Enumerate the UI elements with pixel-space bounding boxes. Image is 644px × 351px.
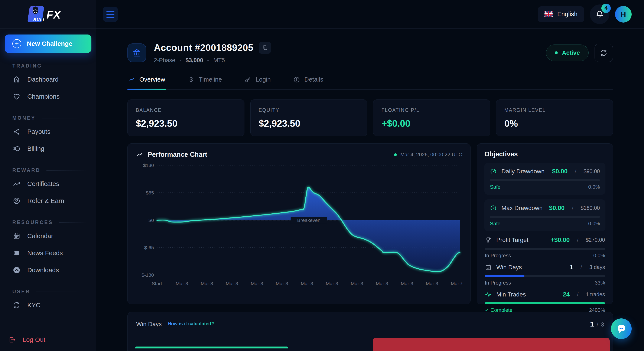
account-actions: Active <box>546 44 613 62</box>
performance-area-chart[interactable]: $130$65$0$-65$-130BreakevenStartMar 3Mar… <box>136 161 462 290</box>
win-days-green-bar <box>135 347 288 349</box>
sidebar-item-champions[interactable]: Champions <box>5 88 92 105</box>
svg-text:Mar 3: Mar 3 <box>176 281 188 286</box>
objective-percent: 0.0% <box>593 253 605 259</box>
dollar-icon <box>188 76 194 83</box>
brand-logo[interactable]: BULL FX <box>0 0 96 28</box>
bullfx-logo-icon: BULL FX <box>20 4 76 24</box>
sidebar-section-label: TRADING <box>5 63 92 69</box>
stat-card-margin-level: MARGIN LEVEL 0% <box>496 99 613 136</box>
tab-overview[interactable]: Overview <box>128 73 166 89</box>
svg-text:Mar 3: Mar 3 <box>250 281 263 286</box>
sidebar-item-news-feeds[interactable]: News Feeds <box>5 245 92 262</box>
calendar-icon <box>13 232 20 240</box>
sidebar-item-billing[interactable]: Billing <box>5 140 92 157</box>
sidebar-item-refer-earn[interactable]: Refer & Earn <box>5 192 92 209</box>
sidebar-item-calendar[interactable]: Calendar <box>5 228 92 245</box>
home-icon <box>13 76 20 83</box>
how-calculated-link[interactable]: How is it calculated? <box>168 321 214 327</box>
main-area: English 4 H Account #2001889205 <box>96 0 644 351</box>
charts-row: Performance Chart Mar 4, 2026, 00:00:22 … <box>128 143 613 304</box>
refresh-icon <box>600 49 608 57</box>
svg-text:Mar 3: Mar 3 <box>301 281 313 286</box>
sidebar-section-money: MONEY Payouts Billing <box>5 115 92 157</box>
account-tabs: Overview Timeline Login Details <box>128 73 613 90</box>
coins-icon <box>13 145 20 152</box>
objective-status: In Progress <box>485 280 511 286</box>
stat-card-balance: BALANCE $2,923.50 <box>128 99 244 136</box>
trend-icon <box>128 76 135 83</box>
new-challenge-button[interactable]: + New Challenge <box>5 34 92 53</box>
win-days-red-bar <box>373 338 610 351</box>
copy-icon <box>262 45 268 51</box>
status-dot-icon <box>555 51 558 54</box>
download-circle-icon <box>13 266 20 274</box>
svg-text:FX: FX <box>46 8 61 21</box>
svg-text:$-65: $-65 <box>144 245 154 250</box>
topbar-right: English 4 H <box>538 4 632 24</box>
objective-status: Safe <box>490 184 500 190</box>
logout-icon <box>8 336 16 343</box>
news-icon <box>13 249 20 257</box>
language-selector[interactable]: English <box>538 6 584 22</box>
account-title: Account #2001889205 <box>154 42 254 53</box>
sidebar-item-certificates[interactable]: Certificates <box>5 175 92 192</box>
objective-min-trades: Min Trades 24 / 1 trades ✓ Complete 2400… <box>484 291 606 313</box>
svg-text:$130: $130 <box>143 162 154 168</box>
svg-text:$-130: $-130 <box>142 272 154 278</box>
account-platform: MT5 <box>213 57 225 64</box>
calendar-check-icon <box>485 264 492 271</box>
performance-chart-title: Performance Chart <box>148 151 207 158</box>
topbar: English 4 H <box>96 0 644 28</box>
svg-text:$0: $0 <box>148 217 154 223</box>
account-subtitle: 2-Phase $3,000 MT5 <box>154 57 546 64</box>
tab-details[interactable]: Details <box>292 73 324 89</box>
objective-progress-bar <box>485 302 605 304</box>
win-days-count: 1 / 3 <box>590 320 604 328</box>
sidebar-item-downloads[interactable]: Downloads <box>5 262 92 279</box>
sync-icon <box>13 301 20 309</box>
svg-text:Mar 3: Mar 3 <box>401 281 413 286</box>
tab-timeline[interactable]: Timeline <box>187 73 223 89</box>
sidebar-section-label: REWARD <box>5 167 92 173</box>
objective-percent: 0.0% <box>588 221 600 227</box>
hamburger-menu-button[interactable] <box>103 6 118 22</box>
sidebar-item-kyc[interactable]: KYC <box>5 297 92 314</box>
account-info: Account #2001889205 2-Phase $3,000 MT5 <box>154 42 546 64</box>
hamburger-icon <box>106 11 114 12</box>
objective-percent: 33% <box>595 280 605 286</box>
trending-up-icon <box>13 180 20 188</box>
avatar[interactable]: H <box>615 6 632 22</box>
objective-win-days: Win Days 1 / 3 days In Progress 33% <box>484 264 606 286</box>
account-header: Account #2001889205 2-Phase $3,000 MT5 <box>128 42 613 64</box>
page-content: Account #2001889205 2-Phase $3,000 MT5 <box>96 28 644 351</box>
stats-row: BALANCE $2,923.50 EQUITY $2,923.50 FLOAT… <box>128 99 613 136</box>
svg-text:Mar 3: Mar 3 <box>426 281 438 286</box>
objective-progress-bar <box>490 216 600 218</box>
chat-bubble-icon <box>616 323 627 335</box>
chat-support-button[interactable] <box>611 319 632 339</box>
svg-text:BULL: BULL <box>33 17 46 22</box>
objective-progress-bar <box>485 248 605 250</box>
sidebar-section-label: USER <box>5 289 92 295</box>
sidebar-item-payouts[interactable]: Payouts <box>5 123 92 140</box>
sidebar-item-logout[interactable]: Log Out <box>0 329 96 351</box>
live-dot-icon <box>394 153 397 156</box>
objectives-panel: Objectives Daily Drawdown $0.00 / $90.00… <box>477 143 613 304</box>
sidebar-nav: + New Challenge TRADING Dashboard Champi… <box>0 28 96 329</box>
account-size: $3,000 <box>186 57 203 64</box>
heart-icon <box>13 93 20 100</box>
copy-account-button[interactable] <box>259 42 271 54</box>
objective-progress-bar <box>490 179 600 181</box>
refresh-account-button[interactable] <box>594 44 613 62</box>
sidebar-item-dashboard[interactable]: Dashboard <box>5 71 92 88</box>
objective-profit-target: Profit Target +$0.00 / $270.00 In Progre… <box>484 236 606 259</box>
win-days-section: Win Days How is it calculated? 1 / 3 <box>128 312 613 351</box>
objective-daily-drawdown: Daily Drawdown $0.00 / $90.00 Safe 0.0% <box>484 163 606 195</box>
account-phase: 2-Phase <box>154 57 176 64</box>
language-label: English <box>557 11 578 18</box>
tab-login[interactable]: Login <box>244 73 272 89</box>
notifications-button[interactable]: 4 <box>590 4 610 24</box>
uk-flag-icon <box>544 11 552 17</box>
sidebar-section-label: RESOURCES <box>5 220 92 225</box>
